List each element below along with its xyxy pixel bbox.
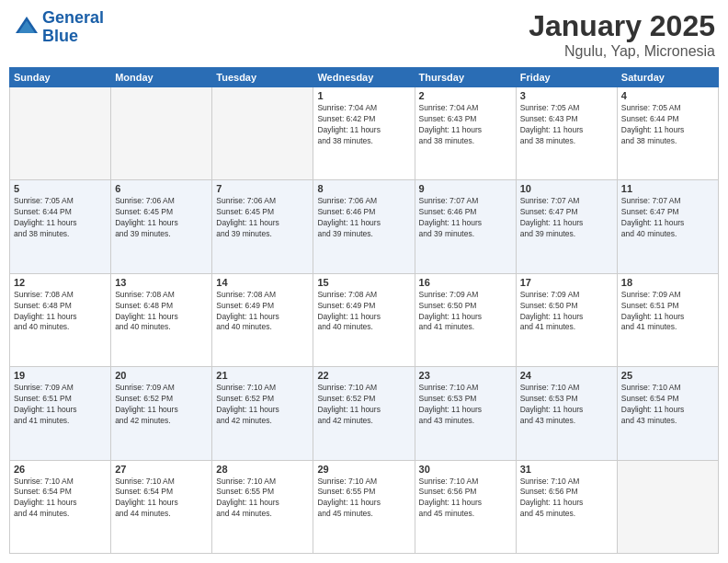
day-info: Sunrise: 7:06 AM Sunset: 6:46 PM Dayligh… [317, 196, 410, 240]
calendar-cell: 23Sunrise: 7:10 AM Sunset: 6:53 PM Dayli… [415, 367, 516, 460]
day-info: Sunrise: 7:06 AM Sunset: 6:45 PM Dayligh… [115, 196, 208, 240]
day-number: 4 [621, 90, 714, 101]
column-header-thursday: Thursday [415, 68, 516, 87]
calendar-cell: 21Sunrise: 7:10 AM Sunset: 6:52 PM Dayli… [212, 367, 313, 460]
column-header-saturday: Saturday [617, 68, 718, 87]
day-number: 3 [520, 90, 613, 101]
day-number: 11 [621, 183, 714, 194]
calendar-subtitle: Ngulu, Yap, Micronesia [529, 43, 715, 60]
day-number: 18 [621, 277, 714, 288]
day-info: Sunrise: 7:08 AM Sunset: 6:49 PM Dayligh… [317, 290, 410, 334]
day-info: Sunrise: 7:10 AM Sunset: 6:55 PM Dayligh… [317, 477, 410, 521]
day-info: Sunrise: 7:07 AM Sunset: 6:46 PM Dayligh… [419, 196, 512, 240]
logo-icon [13, 14, 40, 41]
header: General Blue January 2025 Ngulu, Yap, Mi… [9, 9, 719, 60]
day-info: Sunrise: 7:08 AM Sunset: 6:49 PM Dayligh… [216, 290, 309, 334]
calendar-cell: 11Sunrise: 7:07 AM Sunset: 6:47 PM Dayli… [617, 180, 718, 273]
calendar-cell [212, 87, 313, 180]
day-number: 30 [419, 464, 512, 475]
calendar-cell: 15Sunrise: 7:08 AM Sunset: 6:49 PM Dayli… [313, 273, 415, 366]
column-header-sunday: Sunday [10, 68, 111, 87]
calendar-cell: 31Sunrise: 7:10 AM Sunset: 6:56 PM Dayli… [516, 460, 617, 553]
day-number: 6 [115, 183, 208, 194]
day-number: 27 [115, 464, 208, 475]
logo-text: General Blue [42, 9, 104, 46]
calendar-cell: 29Sunrise: 7:10 AM Sunset: 6:55 PM Dayli… [313, 460, 415, 553]
calendar-cell: 7Sunrise: 7:06 AM Sunset: 6:45 PM Daylig… [212, 180, 313, 273]
calendar-cell: 3Sunrise: 7:05 AM Sunset: 6:43 PM Daylig… [516, 87, 617, 180]
calendar-cell: 20Sunrise: 7:09 AM Sunset: 6:52 PM Dayli… [111, 367, 212, 460]
calendar-title: January 2025 [529, 9, 715, 43]
day-number: 2 [419, 90, 512, 101]
day-info: Sunrise: 7:09 AM Sunset: 6:51 PM Dayligh… [621, 290, 714, 334]
calendar-header-row: SundayMondayTuesdayWednesdayThursdayFrid… [10, 68, 719, 87]
day-number: 15 [317, 277, 410, 288]
calendar-cell: 26Sunrise: 7:10 AM Sunset: 6:54 PM Dayli… [10, 460, 111, 553]
day-number: 24 [520, 370, 613, 381]
column-header-monday: Monday [111, 68, 212, 87]
calendar-cell: 28Sunrise: 7:10 AM Sunset: 6:55 PM Dayli… [212, 460, 313, 553]
calendar-cell: 13Sunrise: 7:08 AM Sunset: 6:48 PM Dayli… [111, 273, 212, 366]
day-info: Sunrise: 7:10 AM Sunset: 6:54 PM Dayligh… [115, 477, 208, 521]
calendar-table: SundayMondayTuesdayWednesdayThursdayFrid… [9, 67, 719, 554]
calendar-cell [10, 87, 111, 180]
calendar-week-1: 1Sunrise: 7:04 AM Sunset: 6:42 PM Daylig… [10, 87, 719, 180]
calendar-cell: 5Sunrise: 7:05 AM Sunset: 6:44 PM Daylig… [10, 180, 111, 273]
day-number: 22 [317, 370, 410, 381]
day-info: Sunrise: 7:10 AM Sunset: 6:53 PM Dayligh… [520, 383, 613, 427]
day-info: Sunrise: 7:09 AM Sunset: 6:52 PM Dayligh… [115, 383, 208, 427]
calendar-week-2: 5Sunrise: 7:05 AM Sunset: 6:44 PM Daylig… [10, 180, 719, 273]
day-info: Sunrise: 7:08 AM Sunset: 6:48 PM Dayligh… [14, 290, 107, 334]
calendar-cell: 10Sunrise: 7:07 AM Sunset: 6:47 PM Dayli… [516, 180, 617, 273]
calendar-cell: 24Sunrise: 7:10 AM Sunset: 6:53 PM Dayli… [516, 367, 617, 460]
day-info: Sunrise: 7:05 AM Sunset: 6:44 PM Dayligh… [14, 196, 107, 240]
day-info: Sunrise: 7:09 AM Sunset: 6:50 PM Dayligh… [520, 290, 613, 334]
calendar-body: 1Sunrise: 7:04 AM Sunset: 6:42 PM Daylig… [10, 87, 719, 554]
day-number: 23 [419, 370, 512, 381]
day-info: Sunrise: 7:07 AM Sunset: 6:47 PM Dayligh… [621, 196, 714, 240]
day-number: 17 [520, 277, 613, 288]
calendar-cell: 18Sunrise: 7:09 AM Sunset: 6:51 PM Dayli… [617, 273, 718, 366]
calendar-cell [617, 460, 718, 553]
calendar-week-3: 12Sunrise: 7:08 AM Sunset: 6:48 PM Dayli… [10, 273, 719, 366]
calendar-cell: 6Sunrise: 7:06 AM Sunset: 6:45 PM Daylig… [111, 180, 212, 273]
calendar-week-4: 19Sunrise: 7:09 AM Sunset: 6:51 PM Dayli… [10, 367, 719, 460]
day-info: Sunrise: 7:10 AM Sunset: 6:52 PM Dayligh… [216, 383, 309, 427]
day-info: Sunrise: 7:09 AM Sunset: 6:50 PM Dayligh… [419, 290, 512, 334]
logo: General Blue [13, 9, 104, 46]
day-number: 25 [621, 370, 714, 381]
calendar-cell: 30Sunrise: 7:10 AM Sunset: 6:56 PM Dayli… [415, 460, 516, 553]
calendar-cell: 25Sunrise: 7:10 AM Sunset: 6:54 PM Dayli… [617, 367, 718, 460]
day-info: Sunrise: 7:08 AM Sunset: 6:48 PM Dayligh… [115, 290, 208, 334]
column-header-friday: Friday [516, 68, 617, 87]
day-info: Sunrise: 7:10 AM Sunset: 6:54 PM Dayligh… [14, 477, 107, 521]
day-number: 5 [14, 183, 107, 194]
calendar-cell: 19Sunrise: 7:09 AM Sunset: 6:51 PM Dayli… [10, 367, 111, 460]
calendar-cell: 4Sunrise: 7:05 AM Sunset: 6:44 PM Daylig… [617, 87, 718, 180]
day-number: 29 [317, 464, 410, 475]
day-info: Sunrise: 7:07 AM Sunset: 6:47 PM Dayligh… [520, 196, 613, 240]
calendar-cell: 14Sunrise: 7:08 AM Sunset: 6:49 PM Dayli… [212, 273, 313, 366]
column-header-wednesday: Wednesday [313, 68, 415, 87]
calendar-cell: 17Sunrise: 7:09 AM Sunset: 6:50 PM Dayli… [516, 273, 617, 366]
day-number: 7 [216, 183, 309, 194]
day-info: Sunrise: 7:09 AM Sunset: 6:51 PM Dayligh… [14, 383, 107, 427]
day-number: 14 [216, 277, 309, 288]
day-info: Sunrise: 7:10 AM Sunset: 6:54 PM Dayligh… [621, 383, 714, 427]
calendar-cell: 22Sunrise: 7:10 AM Sunset: 6:52 PM Dayli… [313, 367, 415, 460]
day-info: Sunrise: 7:04 AM Sunset: 6:42 PM Dayligh… [317, 103, 410, 147]
day-number: 20 [115, 370, 208, 381]
day-number: 8 [317, 183, 410, 194]
day-info: Sunrise: 7:10 AM Sunset: 6:52 PM Dayligh… [317, 383, 410, 427]
day-info: Sunrise: 7:05 AM Sunset: 6:43 PM Dayligh… [520, 103, 613, 147]
day-info: Sunrise: 7:06 AM Sunset: 6:45 PM Dayligh… [216, 196, 309, 240]
column-header-tuesday: Tuesday [212, 68, 313, 87]
page: General Blue January 2025 Ngulu, Yap, Mi… [0, 0, 728, 563]
calendar-cell: 2Sunrise: 7:04 AM Sunset: 6:43 PM Daylig… [415, 87, 516, 180]
day-number: 1 [317, 90, 410, 101]
day-info: Sunrise: 7:10 AM Sunset: 6:53 PM Dayligh… [419, 383, 512, 427]
calendar-cell [111, 87, 212, 180]
day-number: 10 [520, 183, 613, 194]
day-number: 28 [216, 464, 309, 475]
day-info: Sunrise: 7:04 AM Sunset: 6:43 PM Dayligh… [419, 103, 512, 147]
